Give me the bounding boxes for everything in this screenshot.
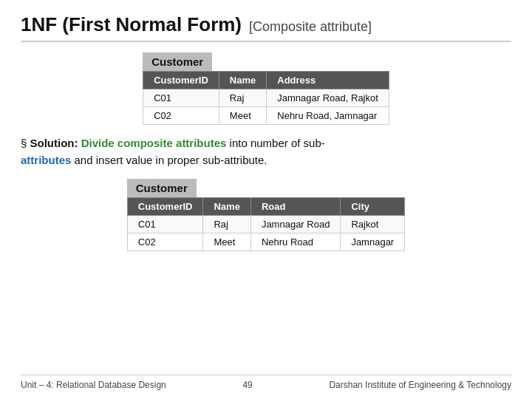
bot-col-4: City: [341, 198, 405, 216]
page: 1NF (First Normal Form) [Composite attri…: [0, 0, 532, 399]
solution-mid: into number of sub-: [230, 137, 325, 149]
bottom-table-entity: Customer: [127, 179, 197, 197]
bot-col-2: Name: [203, 198, 250, 216]
top-table-section: Customer CustomerID Name Address C01RajJ…: [21, 52, 511, 125]
bot-col-1: CustomerID: [127, 198, 203, 216]
table-row: C02MeetNehru RoadJamnagar: [127, 233, 404, 251]
title-main: 1NF (First Normal Form): [21, 13, 242, 36]
top-table: CustomerID Name Address C01RajJamnagar R…: [143, 71, 389, 125]
top-table-entity: Customer: [143, 52, 212, 71]
top-table-wrapper: Customer CustomerID Name Address C01RajJ…: [143, 52, 389, 125]
bot-col-3: Road: [250, 198, 341, 216]
table-row: C01RajJamnagar RoadRajkot: [127, 216, 404, 233]
footer-right: Darshan Institute of Engineering & Techn…: [329, 380, 511, 390]
footer-page: 49: [242, 380, 252, 390]
table-row: C01RajJamnagar Road, Rajkot: [143, 89, 389, 107]
footer: Unit – 4: Relational Database Design 49 …: [21, 375, 511, 390]
title-sub: [Composite attribute]: [249, 19, 372, 35]
top-col-1: CustomerID: [143, 72, 219, 89]
solution-label: Solution:: [30, 137, 81, 149]
table-row: C02MeetNehru Road, Jamnagar: [143, 107, 389, 125]
footer-left: Unit – 4: Relational Database Design: [21, 380, 166, 390]
title-area: 1NF (First Normal Form) [Composite attri…: [21, 13, 511, 42]
solution-end: and insert value in proper sub-attribute…: [75, 154, 267, 166]
highlight-attributes: attributes: [21, 154, 75, 166]
bottom-table-wrapper: Customer CustomerID Name Road City C01Ra…: [127, 179, 405, 251]
bottom-table: CustomerID Name Road City C01RajJamnagar…: [127, 197, 405, 251]
top-col-3: Address: [267, 72, 389, 89]
highlight-divide: Divide composite attributes: [81, 137, 230, 149]
bullet: §: [21, 137, 30, 149]
solution-text: § Solution: Divide composite attributes …: [21, 135, 511, 168]
top-col-2: Name: [219, 72, 266, 89]
bottom-table-section: Customer CustomerID Name Road City C01Ra…: [21, 179, 511, 251]
